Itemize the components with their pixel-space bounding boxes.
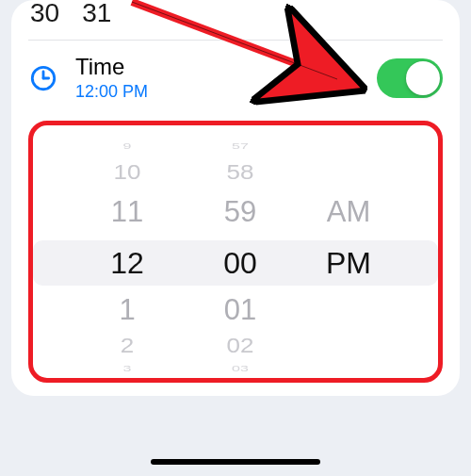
hour-option: 11 <box>71 197 184 226</box>
hour-option: 1 <box>71 295 184 324</box>
settings-card: 30 31 Time 12:00 PM 9 10 11 12 <box>11 0 460 396</box>
calendar-day[interactable]: 31 <box>82 0 111 28</box>
hour-option: 10 <box>71 161 184 182</box>
minute-selected: 00 <box>184 248 297 278</box>
ampm-option: AM <box>297 197 400 226</box>
calendar-day[interactable]: 30 <box>30 0 59 28</box>
home-indicator[interactable] <box>151 459 320 465</box>
minute-option: 02 <box>184 335 297 355</box>
toggle-knob <box>406 61 440 95</box>
calendar-row-fragment: 30 31 <box>11 0 460 40</box>
minute-option: 59 <box>184 197 297 226</box>
time-title: Time <box>75 54 148 80</box>
time-labels: Time 12:00 PM <box>75 54 148 102</box>
hour-option: 2 <box>71 335 184 355</box>
minute-wheel[interactable]: 57 58 59 00 01 02 03 <box>184 125 297 378</box>
time-picker-highlight: 9 10 11 12 1 2 3 57 58 59 00 01 02 03 AM… <box>28 121 443 383</box>
ampm-selected: PM <box>297 248 400 278</box>
time-row[interactable]: Time 12:00 PM <box>11 41 460 115</box>
hour-wheel[interactable]: 9 10 11 12 1 2 3 <box>71 125 184 378</box>
hour-option: 9 <box>71 142 184 151</box>
time-toggle[interactable] <box>377 58 443 98</box>
clock-icon <box>28 63 58 93</box>
minute-option: 57 <box>184 142 297 151</box>
minute-option: 01 <box>184 295 297 324</box>
ampm-wheel[interactable]: AM PM <box>297 125 400 378</box>
hour-selected: 12 <box>71 248 184 278</box>
time-subtitle: 12:00 PM <box>75 82 148 102</box>
minute-option: 03 <box>184 365 297 373</box>
minute-option: 58 <box>184 161 297 182</box>
hour-option: 3 <box>71 365 184 373</box>
